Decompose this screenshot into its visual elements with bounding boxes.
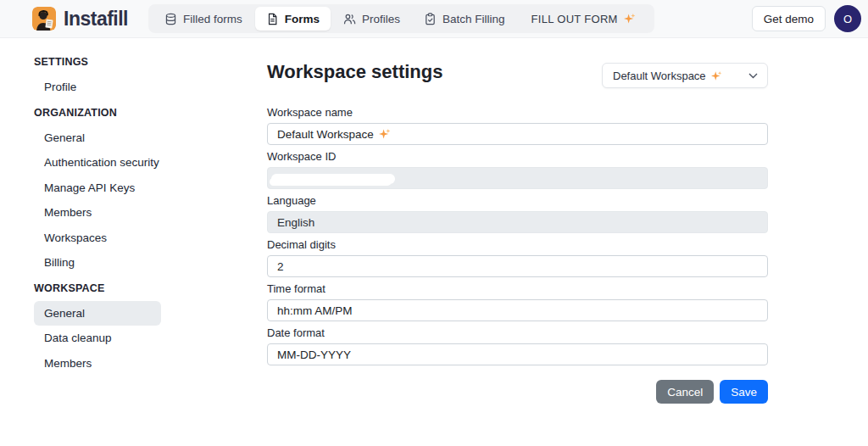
workspace-id-label: Workspace ID (267, 150, 768, 164)
sidebar-item-org-members[interactable]: Members (34, 200, 267, 226)
tab-batch-filling[interactable]: Batch Filling (413, 7, 516, 31)
time-format-input[interactable] (267, 299, 768, 321)
fill-out-form-button[interactable]: FILL OUT FORM (518, 13, 649, 25)
tab-label: Forms (285, 13, 320, 25)
sidebar-heading-organization: ORGANIZATION (34, 100, 267, 125)
tab-label: Profiles (362, 13, 400, 25)
sidebar-item-workspaces[interactable]: Workspaces (34, 226, 267, 251)
date-format-input[interactable] (267, 343, 768, 365)
workspace-selector-dropdown[interactable]: Default Workspace (602, 63, 768, 88)
get-demo-button[interactable]: Get demo (752, 6, 826, 31)
sidebar-item-ws-general[interactable]: General (34, 301, 161, 326)
sidebar-item-ws-members[interactable]: Members (34, 351, 267, 376)
sparkles-icon (711, 70, 722, 81)
sidebar-item-billing[interactable]: Billing (34, 250, 267, 276)
tab-filled-forms[interactable]: Filled forms (153, 7, 253, 31)
workspace-name-label: Workspace name (267, 106, 768, 120)
sidebar-item-authentication-security[interactable]: Authentication security (34, 150, 267, 176)
time-format-label: Time format (267, 282, 768, 296)
redaction-blob (270, 178, 320, 186)
instafill-logo-icon (32, 7, 56, 31)
sidebar-heading-workspace: WORKSPACE (34, 276, 267, 301)
date-format-label: Date format (267, 326, 768, 340)
get-demo-label: Get demo (764, 13, 814, 25)
tab-forms[interactable]: Forms (255, 7, 331, 31)
fill-out-form-label: FILL OUT FORM (531, 13, 618, 25)
top-bar: Instafill Filled forms Forms (0, 0, 868, 38)
tab-label: Filled forms (183, 13, 242, 25)
main-nav: Filled forms Forms Profiles (148, 4, 654, 33)
sidebar-item-profile[interactable]: Profile (34, 75, 267, 100)
page-title: Workspace settings (267, 61, 442, 83)
sidebar-item-manage-api-keys[interactable]: Manage API Keys (34, 176, 267, 201)
sidebar-heading-settings: SETTINGS (34, 49, 267, 75)
sparkles-icon (379, 128, 391, 140)
workspace-name-input[interactable]: Default Workspace (267, 123, 768, 145)
avatar-initial: O (843, 13, 852, 25)
workspace-name-value: Default Workspace (277, 128, 374, 141)
topbar-right: Get demo O (752, 5, 861, 32)
save-button[interactable]: Save (720, 380, 768, 404)
language-value: English (277, 216, 314, 229)
tab-label: Batch Filling (442, 13, 505, 25)
sidebar-item-org-general[interactable]: General (34, 125, 267, 151)
language-input: English (267, 211, 768, 233)
user-avatar[interactable]: O (834, 5, 861, 32)
decimal-digits-input[interactable] (267, 255, 768, 277)
decimal-digits-label: Decimal digits (267, 238, 768, 252)
language-label: Language (267, 194, 768, 208)
clipboard-check-icon (424, 13, 437, 25)
workspace-selector-value: Default Workspace (613, 70, 706, 82)
workspace-id-input (267, 167, 768, 189)
database-icon (164, 13, 177, 25)
settings-sidebar: SETTINGS Profile ORGANIZATION General Au… (0, 38, 267, 404)
sparkles-icon (624, 13, 636, 25)
workspace-settings-panel: Workspace settings Default Workspace (267, 38, 768, 404)
brand-logo[interactable]: Instafill (32, 7, 128, 31)
people-icon (343, 13, 356, 25)
document-icon (266, 13, 279, 25)
brand-name: Instafill (64, 8, 128, 31)
tab-profiles[interactable]: Profiles (332, 7, 411, 31)
sidebar-item-data-cleanup[interactable]: Data cleanup (34, 326, 267, 351)
cancel-button[interactable]: Cancel (656, 380, 714, 404)
chevron-down-icon (748, 73, 758, 79)
